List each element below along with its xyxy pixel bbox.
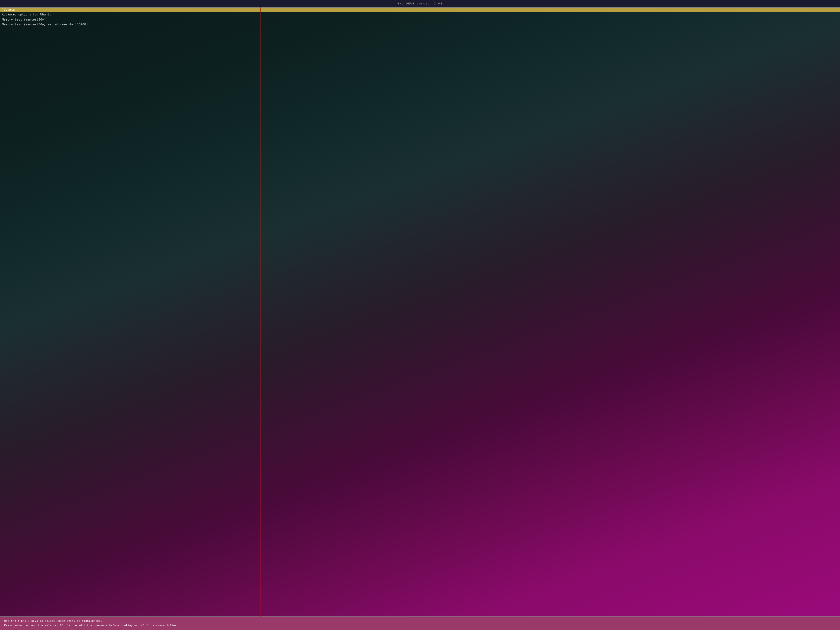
list-item[interactable]: Memory test (memtest86+, serial console … (2, 22, 838, 27)
menu-items-list: Advanced options for Ubuntu Memory test … (0, 12, 840, 28)
grub-screen: GNU GRUB version 2.02 *Ubuntu Advanced o… (0, 0, 840, 630)
main-area: *Ubuntu Advanced options for Ubuntu Memo… (0, 8, 840, 617)
list-item[interactable]: Advanced options for Ubuntu (2, 12, 838, 17)
selected-menu-item[interactable]: *Ubuntu (0, 8, 840, 12)
status-line-1: Use the ↑ and ↓ keys to select which ent… (4, 619, 836, 628)
list-item[interactable]: Memory test (memtest86+) (2, 17, 838, 22)
red-line-artifact (261, 8, 261, 617)
menu-border: *Ubuntu Advanced options for Ubuntu Memo… (0, 8, 840, 617)
top-bar: GNU GRUB version 2.02 (0, 0, 840, 8)
grub-title: GNU GRUB version 2.02 (397, 2, 442, 5)
status-bar: Use the ↑ and ↓ keys to select which ent… (0, 617, 840, 630)
